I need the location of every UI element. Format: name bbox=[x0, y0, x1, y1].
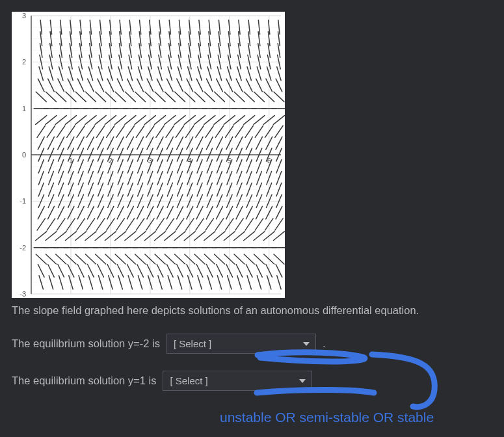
question-2-select[interactable]: [ Select ]unstablesemi-stablestable bbox=[163, 371, 312, 391]
svg-text:3: 3 bbox=[22, 12, 26, 20]
annotation-options-text: unstable OR semi-stable OR stable bbox=[220, 410, 434, 425]
slope-field-plot: -3-2-10123123456 bbox=[12, 12, 285, 298]
svg-text:0: 0 bbox=[22, 151, 26, 159]
question-1-select[interactable]: [ Select ]unstablesemi-stablestable bbox=[166, 334, 316, 354]
question-2-text: The equilibrium solution y=1 is bbox=[12, 375, 156, 387]
svg-text:-1: -1 bbox=[20, 197, 26, 205]
question-row-1: The equilibrium solution y=-2 is [ Selec… bbox=[12, 334, 492, 354]
svg-text:1: 1 bbox=[22, 105, 26, 113]
question-row-2: The equilibrium solution y=1 is [ Select… bbox=[12, 371, 492, 391]
question-1-trailing: . bbox=[323, 338, 326, 350]
svg-text:-3: -3 bbox=[20, 290, 26, 298]
svg-text:-2: -2 bbox=[20, 244, 26, 252]
svg-text:2: 2 bbox=[22, 58, 26, 66]
question-1-text: The equilibrium solution y=-2 is bbox=[12, 338, 160, 350]
plot-caption: The slope field graphed here depicts sol… bbox=[12, 304, 492, 317]
